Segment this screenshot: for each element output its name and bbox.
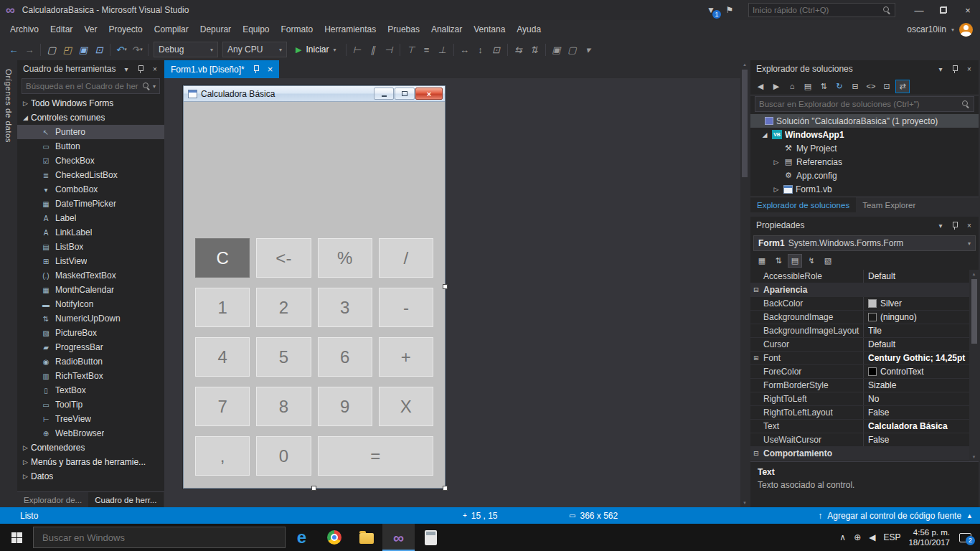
cpu-config-dropdown[interactable]: Any CPU ▾ xyxy=(222,42,287,57)
close-icon[interactable]: × xyxy=(963,220,975,231)
toolbox-item[interactable]: (.) MaskedTextBox xyxy=(17,268,164,283)
calc-button[interactable]: 8 xyxy=(256,387,311,426)
property-value[interactable]: False xyxy=(864,406,969,419)
menu-item[interactable]: Compilar xyxy=(149,22,194,37)
source-control-action[interactable]: ↑ Agregar al control de código fuente ▲ xyxy=(818,511,980,521)
nav-forward-icon[interactable]: → xyxy=(22,42,37,57)
property-row[interactable]: Cursor Default xyxy=(750,338,969,352)
property-value[interactable]: Silver xyxy=(864,297,969,310)
alphabetical-icon[interactable]: ⇅ xyxy=(771,254,786,268)
close-button[interactable]: × xyxy=(956,0,980,20)
nav-back-icon[interactable]: ◀ xyxy=(753,80,768,93)
collapse-all-icon[interactable]: ⊟ xyxy=(848,80,862,93)
send-to-back-icon[interactable]: ▢ xyxy=(565,42,580,57)
calc-button[interactable]: 3 xyxy=(318,288,372,327)
property-value[interactable]: Century Gothic; 14,25pt xyxy=(864,352,969,364)
property-name[interactable]: AccessibleRole xyxy=(750,270,864,283)
toolbox-item[interactable]: ⊢ TreeView xyxy=(17,412,164,426)
properties-icon[interactable]: ⊡ xyxy=(880,80,894,93)
scroll-down-icon[interactable]: ▾ xyxy=(743,499,746,507)
redo-icon[interactable]: ↷▾ xyxy=(129,42,145,57)
property-value[interactable]: False xyxy=(864,433,969,446)
panel-tab[interactable]: Explorador de... xyxy=(17,492,88,507)
calc-button[interactable]: 9 xyxy=(318,387,372,426)
toolbox-item[interactable]: A LinkLabel xyxy=(17,225,164,240)
toolbox-item[interactable]: ▭ Button xyxy=(17,139,164,154)
solution-tree-item[interactable]: ⚙ App.config xyxy=(750,169,979,182)
toolbox-item[interactable]: ⊕ WebBrowser xyxy=(17,426,164,441)
expander-icon[interactable]: ⊟ xyxy=(753,286,760,293)
home-icon[interactable]: ⌂ xyxy=(785,80,799,93)
toolbox-item[interactable]: ▾ ComboBox xyxy=(17,182,164,197)
debug-config-dropdown[interactable]: Debug ▾ xyxy=(154,42,218,57)
undo-icon[interactable]: ↶▾ xyxy=(113,42,129,57)
same-size-icon[interactable]: ⊡ xyxy=(489,42,504,57)
property-row[interactable]: AccessibleRole Default xyxy=(750,270,969,283)
menu-item[interactable]: Depurar xyxy=(194,22,237,37)
calc-button[interactable]: X xyxy=(379,387,433,426)
taskbar-search-input[interactable] xyxy=(42,532,285,543)
toolbox-item[interactable]: ↖ Puntero xyxy=(17,125,164,139)
property-name[interactable]: BackColor xyxy=(750,297,864,310)
menu-item[interactable]: Herramientas xyxy=(319,22,382,37)
view-code-icon[interactable]: <> xyxy=(864,80,878,93)
align-rights-icon[interactable]: ⊣ xyxy=(381,42,397,57)
solution-tree-item[interactable]: ◢ WindowsApp1 xyxy=(750,128,979,141)
menu-item[interactable]: Proyecto xyxy=(103,22,148,37)
menu-item[interactable]: Ayuda xyxy=(511,22,547,37)
calculator-taskbar-button[interactable] xyxy=(415,524,447,551)
menu-item[interactable]: Equipo xyxy=(237,22,275,37)
menu-item[interactable]: Pruebas xyxy=(382,22,425,37)
property-name[interactable]: FormBorderStyle xyxy=(750,379,864,392)
notifications-funnel-icon[interactable]: ▼ 1 xyxy=(704,3,718,17)
calc-button[interactable]: - xyxy=(379,288,433,327)
solution-tree-item[interactable]: Solución "CalculadoraBasica" (1 proyecto… xyxy=(750,114,979,128)
panel-tab[interactable]: Explorador de soluciones xyxy=(750,197,856,212)
property-row[interactable]: BackColor Silver xyxy=(750,297,969,311)
hidden-icons-chevron[interactable]: ∧ xyxy=(839,532,846,542)
menu-item[interactable]: Editar xyxy=(44,22,78,37)
menu-item[interactable]: Ver xyxy=(78,22,103,37)
property-row[interactable]: RightToLeft No xyxy=(750,392,969,406)
new-file-icon[interactable]: ▢ xyxy=(44,42,60,57)
property-row[interactable]: ⊟ Comportamiento xyxy=(750,447,969,461)
toolbox-item[interactable]: ▥ RichTextBox xyxy=(17,369,164,383)
bring-to-front-icon[interactable]: ▣ xyxy=(549,42,565,57)
toolbox-item[interactable]: ▰ ProgressBar xyxy=(17,340,164,354)
calc-button[interactable]: <- xyxy=(256,238,311,278)
property-value[interactable]: ControlText xyxy=(864,365,969,378)
toolbar-overflow-icon[interactable]: ▾ xyxy=(580,42,596,57)
toolbox-item[interactable]: ▦ MonthCalendar xyxy=(17,283,164,297)
toolbox-item[interactable]: ⇅ NumericUpDown xyxy=(17,311,164,326)
toolbox-item[interactable]: ▬ NotifyIcon xyxy=(17,297,164,311)
property-row[interactable]: ⊞ Font Century Gothic; 14,25pt xyxy=(750,352,969,365)
open-file-icon[interactable]: ◰ xyxy=(60,42,75,57)
property-row[interactable]: BackgroundImageLayout Tile xyxy=(750,324,969,338)
save-all-icon[interactable]: ⊡ xyxy=(91,42,107,57)
calc-button[interactable]: 0 xyxy=(256,436,311,476)
property-name[interactable]: ⊞ Font xyxy=(750,352,864,364)
panel-tab[interactable]: Cuadro de herr... xyxy=(88,492,163,507)
calc-button[interactable]: C xyxy=(195,238,250,278)
toolbox-item[interactable]: ▯ TextBox xyxy=(17,383,164,397)
user-name[interactable]: oscar10iin xyxy=(907,24,946,34)
save-icon[interactable]: ▣ xyxy=(75,42,91,57)
property-name[interactable]: RightToLeft xyxy=(750,392,864,405)
toolbox-item[interactable]: ▭ ToolTip xyxy=(17,397,164,412)
form-maximize-button[interactable] xyxy=(395,88,415,100)
property-name[interactable]: BackgroundImageLayout xyxy=(750,324,864,337)
data-sources-edge-tab[interactable]: Orígenes de datos xyxy=(4,69,13,143)
calc-button[interactable]: = xyxy=(318,436,434,476)
calc-button[interactable]: / xyxy=(379,238,433,278)
align-middles-icon[interactable]: ≡ xyxy=(419,42,435,57)
panel-tab[interactable]: Team Explorer xyxy=(856,197,922,212)
property-row[interactable]: ⊟ Apariencia xyxy=(750,283,969,297)
expand-arrow-icon[interactable]: ◢ xyxy=(760,131,769,138)
expand-arrow-icon[interactable]: ▷ xyxy=(772,186,781,193)
property-row[interactable]: RightToLeftLayout False xyxy=(750,406,969,420)
expander-icon[interactable]: ⊞ xyxy=(753,354,760,362)
user-avatar[interactable] xyxy=(959,23,973,37)
clock[interactable]: 4:56 p. m. 18/10/2017 xyxy=(908,527,950,548)
resize-handle-bottom[interactable] xyxy=(311,486,316,491)
scrollbar-thumb[interactable] xyxy=(742,70,748,177)
